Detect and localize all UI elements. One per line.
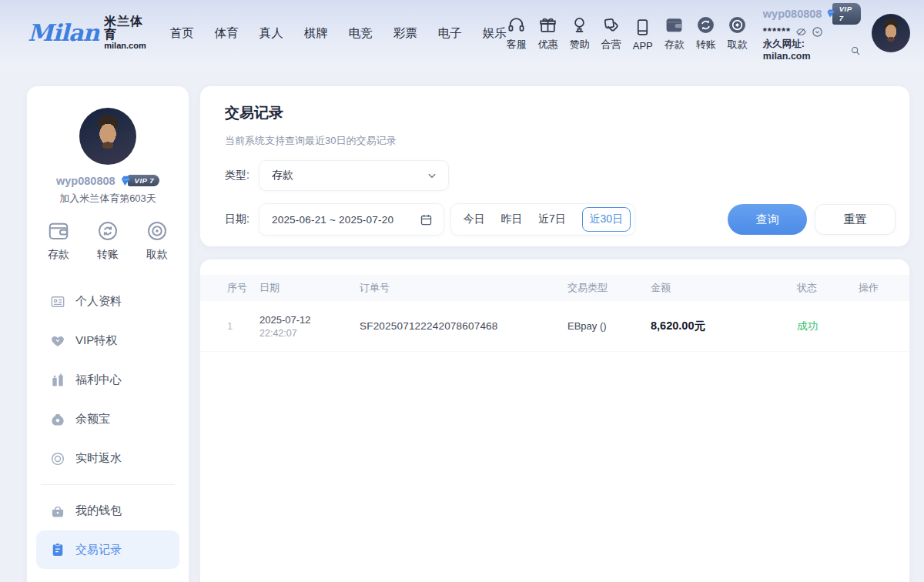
magnifier-icon[interactable] (850, 45, 861, 57)
range-yesterday-button[interactable]: 昨日 (500, 212, 522, 226)
date-filter-row: 日期: 2025-06-21 ~ 2025-07-20 今日 昨日 近7日 近3… (225, 203, 896, 236)
quick-link-deposit[interactable]: 存款 (665, 15, 685, 52)
quick-link-sponsor[interactable]: 赞助 (570, 15, 590, 52)
sidebar-item-label: 实时返水 (75, 451, 122, 466)
sidebar-item-vip[interactable]: VIP特权 (27, 321, 189, 360)
quick-link-app[interactable]: APP (633, 18, 653, 52)
sidebar-item-profile[interactable]: 个人资料 (27, 282, 189, 321)
quick-action-transfer[interactable]: 转账 (96, 219, 119, 262)
quick-link-support[interactable]: 客服 (507, 15, 527, 52)
transfer-dark-icon (696, 15, 715, 35)
sidebar-item-welfare[interactable]: 福利中心 (27, 360, 189, 400)
col-status: 状态 (797, 281, 859, 295)
range-30days-button[interactable]: 近30日 (582, 207, 631, 232)
sidebar-item-wallet[interactable]: 我的钱包 (27, 491, 189, 530)
nav-cards[interactable]: 棋牌 (304, 25, 328, 42)
row-date-day: 2025-07-12 (259, 314, 360, 326)
quick-link-label: 赞助 (570, 38, 590, 52)
row-date: 2025-07-12 22:42:07 (259, 314, 360, 339)
quick-action-withdraw[interactable]: 取款 (146, 219, 169, 262)
calendar-icon (420, 213, 433, 226)
row-status-badge: 成功 (797, 319, 859, 333)
quick-link-withdraw[interactable]: 取款 (728, 15, 748, 52)
quick-action-label: 取款 (146, 248, 168, 262)
row-order-no: SF202507122242078607468 (360, 320, 567, 332)
sidebar-username: wyp080808 (56, 175, 116, 187)
top-header: Milan 米兰体育 milan.com 首页 体育 真人 棋牌 电竞 彩票 电… (0, 0, 924, 66)
col-date: 日期 (259, 281, 360, 295)
join-days-text: 加入米兰体育第603天 (27, 192, 189, 206)
header-quick-links: 客服 优惠 赞助 合营 APP (507, 15, 748, 52)
col-index: 序号 (227, 281, 259, 295)
type-select[interactable]: 存款 (259, 160, 449, 191)
withdraw-dark-icon (728, 15, 747, 35)
trophy-icon (570, 15, 589, 35)
sidebar-item-yuebao[interactable]: 余额宝 (27, 400, 189, 439)
nav-live[interactable]: 真人 (259, 25, 283, 42)
sidebar-item-label: 余额宝 (75, 412, 110, 426)
logo-script-text: Milan (28, 19, 99, 46)
sidebar-item-transactions[interactable]: 交易记录 (36, 530, 179, 569)
vip-gem-icon (825, 8, 836, 21)
row-amount: 8,620.00元 (651, 319, 797, 333)
sidebar-item-rebate[interactable]: 实时返水 (27, 439, 189, 478)
header-avatar[interactable] (872, 14, 910, 52)
purse-icon (50, 503, 65, 519)
gift-icon (538, 15, 557, 35)
sidebar-item-label: 我的钱包 (75, 503, 122, 518)
logo-cn: 米兰体育 (104, 15, 147, 42)
nav-home[interactable]: 首页 (170, 25, 194, 42)
logo-domain: milan.com (104, 42, 147, 51)
range-7days-button[interactable]: 近7日 (538, 212, 566, 226)
row-date-time: 22:42:07 (259, 328, 360, 339)
phone-icon (633, 18, 652, 37)
sidebar-item-label: 交易记录 (75, 543, 122, 557)
page-title: 交易记录 (225, 103, 896, 123)
filter-card: 交易记录 当前系统支持查询最近30日的交易记录 类型: 存款 日期: 2025-… (200, 86, 909, 246)
nav-slots[interactable]: 电子 (438, 25, 462, 42)
quick-link-affiliate[interactable]: 合营 (601, 15, 621, 52)
quick-link-promo[interactable]: 优惠 (538, 15, 558, 52)
range-today-button[interactable]: 今日 (464, 212, 485, 226)
brand-logo[interactable]: Milan 米兰体育 milan.com (28, 15, 147, 50)
col-amount: 金额 (651, 281, 797, 295)
moneybag-icon (50, 412, 65, 427)
reset-button[interactable]: 重置 (815, 204, 896, 235)
eye-off-icon[interactable] (795, 26, 807, 38)
quick-link-label: 转账 (696, 38, 716, 52)
row-type: EBpay () (567, 320, 651, 332)
col-action: 操作 (859, 281, 897, 295)
circle-chevron-down-icon[interactable] (812, 26, 823, 38)
clipboard-icon (50, 542, 65, 557)
table-header-row: 序号 日期 订单号 交易类型 金额 状态 操作 (200, 275, 909, 301)
quick-link-label: 客服 (507, 38, 527, 52)
sidebar-menu: 个人资料 VIP特权 福利中心 余额宝 实时返水 (27, 282, 189, 569)
nav-entertainment[interactable]: 娱乐 (483, 25, 507, 42)
headset-icon (507, 15, 526, 35)
sidebar-avatar (79, 108, 136, 165)
date-range-input[interactable]: 2025-06-21 ~ 2025-07-20 (259, 203, 444, 236)
quick-link-transfer[interactable]: 转账 (696, 15, 716, 52)
quick-link-label: APP (633, 40, 653, 52)
header-username: wyp080808 (763, 7, 822, 21)
quick-link-label: 合营 (601, 38, 621, 52)
chevron-down-icon (427, 170, 437, 181)
type-label: 类型: (225, 169, 259, 182)
nav-lottery[interactable]: 彩票 (393, 25, 417, 42)
quick-action-deposit[interactable]: 存款 (47, 219, 70, 262)
header-user-block: wyp080808 VIP 7 ****** 永久网址: milan.com (763, 3, 861, 62)
vip-gem-icon (119, 174, 132, 187)
vip-heart-icon (50, 333, 65, 349)
nav-esports[interactable]: 电竞 (349, 25, 373, 42)
sidebar: wyp080808 VIP 7 加入米兰体育第603天 存款 转账 取款 (27, 86, 189, 582)
nav-sports[interactable]: 体育 (215, 25, 239, 42)
masked-balance: ****** (763, 25, 791, 38)
id-card-icon (50, 294, 65, 309)
sidebar-divider (41, 484, 175, 485)
quick-link-label: 存款 (665, 38, 685, 52)
table-row: 1 2025-07-12 22:42:07 SF2025071222420786… (200, 301, 909, 352)
quick-action-label: 存款 (48, 248, 69, 262)
sidebar-quick-actions: 存款 转账 取款 (27, 219, 189, 262)
search-button[interactable]: 查询 (728, 204, 807, 235)
vip-badge: VIP 7 (825, 3, 861, 25)
